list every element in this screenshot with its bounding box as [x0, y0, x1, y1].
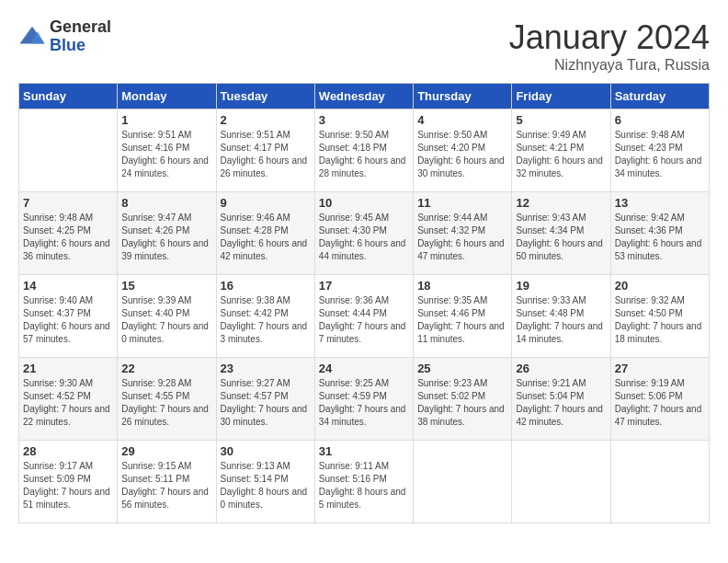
calendar-cell: 1Sunrise: 9:51 AMSunset: 4:16 PMDaylight…	[118, 109, 216, 192]
day-number: 10	[319, 196, 409, 210]
calendar-cell: 27Sunrise: 9:19 AMSunset: 5:06 PMDayligh…	[610, 358, 709, 441]
day-info: Sunrise: 9:28 AMSunset: 4:55 PMDaylight:…	[121, 377, 211, 429]
calendar-cell: 8Sunrise: 9:47 AMSunset: 4:26 PMDaylight…	[118, 192, 216, 275]
calendar-week-row: 14Sunrise: 9:40 AMSunset: 4:37 PMDayligh…	[19, 275, 710, 358]
day-number: 3	[319, 113, 409, 127]
weekday-header: Friday	[512, 84, 610, 109]
day-info: Sunrise: 9:17 AMSunset: 5:09 PMDaylight:…	[23, 460, 113, 511]
calendar-cell: 18Sunrise: 9:35 AMSunset: 4:46 PMDayligh…	[414, 275, 512, 358]
day-number: 19	[516, 279, 606, 293]
day-info: Sunrise: 9:25 AMSunset: 4:59 PMDaylight:…	[319, 377, 409, 429]
day-number: 6	[615, 113, 705, 127]
calendar-cell	[512, 441, 610, 523]
day-info: Sunrise: 9:40 AMSunset: 4:37 PMDaylight:…	[23, 294, 113, 346]
day-info: Sunrise: 9:42 AMSunset: 4:36 PMDaylight:…	[615, 212, 705, 263]
calendar-cell: 24Sunrise: 9:25 AMSunset: 4:59 PMDayligh…	[314, 358, 413, 441]
day-number: 20	[615, 279, 705, 293]
day-info: Sunrise: 9:33 AMSunset: 4:48 PMDaylight:…	[516, 294, 606, 346]
day-info: Sunrise: 9:48 AMSunset: 4:25 PMDaylight:…	[23, 212, 113, 263]
day-info: Sunrise: 9:49 AMSunset: 4:21 PMDaylight:…	[516, 129, 606, 180]
day-number: 11	[417, 196, 507, 210]
calendar-cell: 16Sunrise: 9:38 AMSunset: 4:42 PMDayligh…	[216, 275, 314, 358]
day-info: Sunrise: 9:50 AMSunset: 4:18 PMDaylight:…	[319, 129, 409, 180]
day-number: 15	[121, 279, 211, 293]
day-info: Sunrise: 9:38 AMSunset: 4:42 PMDaylight:…	[221, 294, 311, 346]
calendar-week-row: 28Sunrise: 9:17 AMSunset: 5:09 PMDayligh…	[19, 441, 710, 523]
day-number: 26	[516, 362, 606, 375]
day-number: 12	[516, 196, 606, 210]
day-number: 28	[23, 444, 113, 458]
calendar-cell: 11Sunrise: 9:44 AMSunset: 4:32 PMDayligh…	[414, 192, 512, 275]
day-info: Sunrise: 9:39 AMSunset: 4:40 PMDaylight:…	[121, 294, 211, 346]
day-info: Sunrise: 9:19 AMSunset: 5:06 PMDaylight:…	[615, 377, 705, 429]
day-info: Sunrise: 9:44 AMSunset: 4:32 PMDaylight:…	[417, 212, 507, 263]
day-number: 7	[23, 196, 113, 210]
calendar-cell: 23Sunrise: 9:27 AMSunset: 4:57 PMDayligh…	[216, 358, 314, 441]
day-info: Sunrise: 9:23 AMSunset: 5:02 PMDaylight:…	[417, 377, 507, 429]
month-title: January 2024	[509, 18, 710, 57]
weekday-header: Monday	[118, 84, 216, 109]
calendar-cell: 3Sunrise: 9:50 AMSunset: 4:18 PMDaylight…	[314, 109, 413, 192]
day-number: 21	[23, 362, 113, 375]
calendar-cell: 17Sunrise: 9:36 AMSunset: 4:44 PMDayligh…	[314, 275, 413, 358]
calendar-cell: 7Sunrise: 9:48 AMSunset: 4:25 PMDaylight…	[19, 192, 118, 275]
calendar-cell: 13Sunrise: 9:42 AMSunset: 4:36 PMDayligh…	[610, 192, 709, 275]
calendar-cell: 19Sunrise: 9:33 AMSunset: 4:48 PMDayligh…	[512, 275, 610, 358]
day-info: Sunrise: 9:30 AMSunset: 4:52 PMDaylight:…	[23, 377, 113, 429]
day-number: 30	[221, 444, 311, 458]
day-number: 29	[121, 444, 211, 458]
calendar-cell	[414, 441, 512, 523]
calendar-cell: 10Sunrise: 9:45 AMSunset: 4:30 PMDayligh…	[314, 192, 413, 275]
calendar-cell: 6Sunrise: 9:48 AMSunset: 4:23 PMDaylight…	[610, 109, 709, 192]
weekday-header-row: SundayMondayTuesdayWednesdayThursdayFrid…	[19, 84, 710, 109]
day-number: 13	[615, 196, 705, 210]
calendar-cell: 30Sunrise: 9:13 AMSunset: 5:14 PMDayligh…	[216, 441, 314, 523]
day-info: Sunrise: 9:13 AMSunset: 5:14 PMDaylight:…	[221, 460, 311, 511]
logo-text: General Blue	[50, 18, 111, 55]
calendar-cell: 21Sunrise: 9:30 AMSunset: 4:52 PMDayligh…	[19, 358, 118, 441]
title-area: January 2024 Nizhnyaya Tura, Russia	[509, 18, 710, 74]
day-number: 25	[417, 362, 507, 375]
day-number: 9	[221, 196, 311, 210]
day-info: Sunrise: 9:46 AMSunset: 4:28 PMDaylight:…	[221, 212, 311, 263]
day-info: Sunrise: 9:27 AMSunset: 4:57 PMDaylight:…	[221, 377, 311, 429]
calendar-week-row: 21Sunrise: 9:30 AMSunset: 4:52 PMDayligh…	[19, 358, 710, 441]
calendar-cell	[19, 109, 118, 192]
calendar-cell: 5Sunrise: 9:49 AMSunset: 4:21 PMDaylight…	[512, 109, 610, 192]
day-info: Sunrise: 9:51 AMSunset: 4:17 PMDaylight:…	[221, 129, 311, 180]
calendar-cell: 20Sunrise: 9:32 AMSunset: 4:50 PMDayligh…	[610, 275, 709, 358]
calendar-cell: 15Sunrise: 9:39 AMSunset: 4:40 PMDayligh…	[118, 275, 216, 358]
day-info: Sunrise: 9:36 AMSunset: 4:44 PMDaylight:…	[319, 294, 409, 346]
logo-general-text: General	[50, 18, 111, 37]
weekday-header: Tuesday	[216, 84, 314, 109]
day-number: 4	[417, 113, 507, 127]
calendar-cell: 22Sunrise: 9:28 AMSunset: 4:55 PMDayligh…	[118, 358, 216, 441]
day-number: 18	[417, 279, 507, 293]
calendar-cell: 4Sunrise: 9:50 AMSunset: 4:20 PMDaylight…	[414, 109, 512, 192]
day-number: 2	[221, 113, 311, 127]
calendar-cell: 26Sunrise: 9:21 AMSunset: 5:04 PMDayligh…	[512, 358, 610, 441]
day-info: Sunrise: 9:51 AMSunset: 4:16 PMDaylight:…	[121, 129, 211, 180]
calendar-week-row: 7Sunrise: 9:48 AMSunset: 4:25 PMDaylight…	[19, 192, 710, 275]
day-info: Sunrise: 9:50 AMSunset: 4:20 PMDaylight:…	[417, 129, 507, 180]
day-number: 22	[121, 362, 211, 375]
calendar-table: SundayMondayTuesdayWednesdayThursdayFrid…	[18, 83, 710, 523]
weekday-header: Saturday	[610, 84, 709, 109]
day-info: Sunrise: 9:47 AMSunset: 4:26 PMDaylight:…	[121, 212, 211, 263]
logo-blue-text: Blue	[50, 37, 111, 55]
day-info: Sunrise: 9:15 AMSunset: 5:11 PMDaylight:…	[121, 460, 211, 511]
day-number: 23	[221, 362, 311, 375]
logo: General Blue	[18, 18, 111, 55]
weekday-header: Thursday	[414, 84, 512, 109]
day-number: 17	[319, 279, 409, 293]
day-number: 27	[615, 362, 705, 375]
day-info: Sunrise: 9:45 AMSunset: 4:30 PMDaylight:…	[319, 212, 409, 263]
calendar-cell: 12Sunrise: 9:43 AMSunset: 4:34 PMDayligh…	[512, 192, 610, 275]
day-info: Sunrise: 9:11 AMSunset: 5:16 PMDaylight:…	[319, 460, 409, 511]
day-info: Sunrise: 9:35 AMSunset: 4:46 PMDaylight:…	[417, 294, 507, 346]
calendar-cell: 9Sunrise: 9:46 AMSunset: 4:28 PMDaylight…	[216, 192, 314, 275]
calendar-week-row: 1Sunrise: 9:51 AMSunset: 4:16 PMDaylight…	[19, 109, 710, 192]
calendar-cell: 29Sunrise: 9:15 AMSunset: 5:11 PMDayligh…	[118, 441, 216, 523]
header: General Blue January 2024 Nizhnyaya Tura…	[18, 18, 710, 74]
weekday-header: Sunday	[19, 84, 118, 109]
